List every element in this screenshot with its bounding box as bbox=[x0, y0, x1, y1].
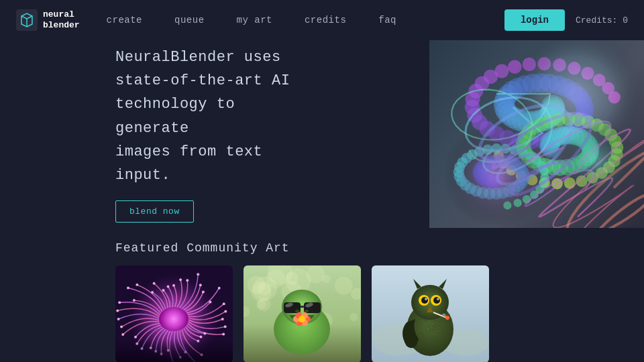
logo[interactable]: neural blender bbox=[16, 9, 80, 31]
hero-content: NeuralBlender uses state-of-the-art AI t… bbox=[0, 46, 309, 223]
credits-display: Credits: 0 bbox=[576, 15, 628, 25]
art-canvas-1 bbox=[115, 265, 233, 362]
art-grid bbox=[115, 265, 529, 362]
featured-section: Featured Community Art bbox=[0, 228, 644, 362]
nav-links: create queue my art credits faq bbox=[107, 15, 504, 25]
nav-right: login Credits: 0 bbox=[504, 9, 628, 31]
logo-icon bbox=[16, 9, 38, 31]
hero-section: NeuralBlender uses state-of-the-art AI t… bbox=[0, 40, 644, 228]
art-canvas-2 bbox=[244, 265, 361, 362]
art-card-3[interactable] bbox=[372, 265, 489, 362]
hero-image bbox=[429, 40, 644, 228]
hero-artwork-canvas bbox=[429, 40, 644, 228]
nav-create[interactable]: create bbox=[107, 15, 142, 25]
nav-queue[interactable]: queue bbox=[174, 15, 205, 25]
navbar: neural blender create queue my art credi… bbox=[0, 0, 644, 40]
login-button[interactable]: login bbox=[504, 9, 565, 31]
logo-text: neural blender bbox=[43, 9, 80, 30]
nav-my-art[interactable]: my art bbox=[237, 15, 272, 25]
nav-faq[interactable]: faq bbox=[378, 15, 396, 25]
art-card-2[interactable] bbox=[244, 265, 361, 362]
nav-credits[interactable]: credits bbox=[305, 15, 346, 25]
featured-title: Featured Community Art bbox=[115, 241, 529, 255]
art-card-1[interactable] bbox=[115, 265, 233, 362]
hero-title: NeuralBlender uses state-of-the-art AI t… bbox=[115, 46, 309, 187]
art-canvas-3 bbox=[372, 265, 489, 362]
blend-now-button[interactable]: blend now bbox=[115, 200, 194, 223]
